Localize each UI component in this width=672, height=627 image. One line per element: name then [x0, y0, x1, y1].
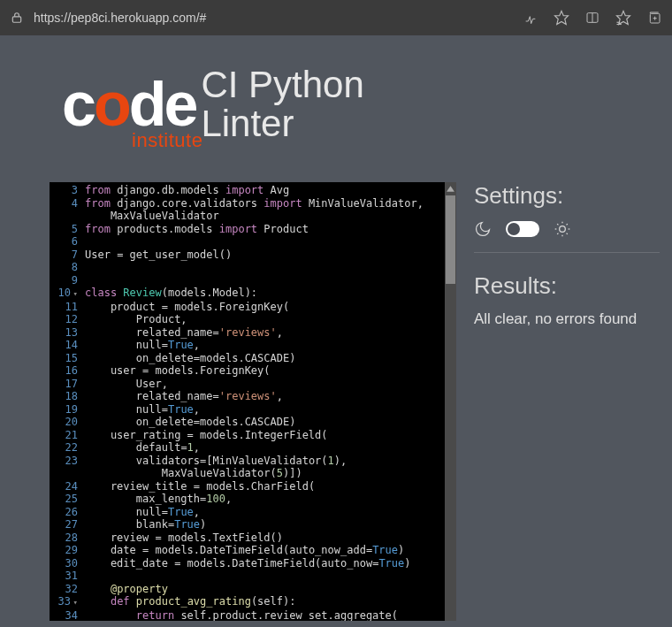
theme-toggle[interactable]	[506, 221, 539, 237]
moon-icon	[474, 220, 492, 238]
favorites-list-icon[interactable]	[615, 10, 631, 26]
split-screen-icon[interactable]	[585, 11, 599, 25]
favorite-icon[interactable]	[554, 10, 569, 26]
code-line[interactable]: 3from django.db.models import Avg	[50, 184, 456, 197]
code-line[interactable]: 6	[50, 235, 456, 249]
lock-icon	[11, 11, 23, 24]
code-line[interactable]: 29 date = models.DateTimeField(auto_now_…	[50, 544, 456, 557]
code-line[interactable]: 26 null=True,	[50, 506, 456, 519]
svg-point-11	[560, 226, 566, 233]
code-line[interactable]: 28 review = models.TextField()	[50, 531, 456, 545]
code-line[interactable]: MaxValueValidator	[50, 210, 456, 223]
code-line[interactable]: 4from django.core.validators import MinV…	[50, 197, 456, 210]
scrollbar-thumb[interactable]	[446, 195, 455, 284]
code-line[interactable]: 30 edit_date = models.DateTimeField(auto…	[50, 557, 456, 570]
code-line[interactable]: 16 user = models.ForeignKey(	[50, 364, 456, 378]
code-line[interactable]: 23 validators=[MinValueValidator(1),	[50, 455, 456, 468]
page-title: CI Python Linter	[201, 65, 363, 143]
code-line[interactable]: 14 null=True,	[50, 339, 456, 352]
code-line[interactable]: 17 User,	[50, 378, 456, 391]
results-heading: Results:	[474, 272, 660, 300]
code-line[interactable]: 18 related_name='reviews',	[50, 390, 456, 403]
svg-line-16	[557, 224, 558, 225]
code-line[interactable]: 31	[50, 570, 456, 583]
code-line[interactable]: 15 on_delete=models.CASCADE)	[50, 352, 456, 365]
code-line[interactable]: 12 Product,	[50, 313, 456, 326]
code-line[interactable]: 5from products.models import Product	[50, 223, 456, 236]
browser-address-bar: https://pep8ci.herokuapp.com/#	[0, 0, 672, 35]
code-line[interactable]: 24 review_title = models.CharField(	[50, 480, 456, 493]
settings-heading: Settings:	[474, 182, 660, 210]
code-line[interactable]: 34 return self.product.review_set.aggreg…	[50, 609, 456, 622]
code-line[interactable]: 7User = get_user_model()	[50, 249, 456, 262]
code-line[interactable]: 11 product = models.ForeignKey(	[50, 301, 456, 314]
code-line[interactable]: 33▾ def product_avg_rating(self):	[50, 595, 456, 609]
code-line[interactable]: 32 @property	[50, 583, 456, 596]
svg-marker-1	[555, 11, 569, 25]
collections-icon[interactable]	[647, 11, 661, 25]
svg-line-17	[567, 233, 568, 234]
sun-icon	[554, 220, 571, 238]
svg-marker-10	[447, 186, 454, 192]
code-line[interactable]: 27 blank=True)	[50, 518, 456, 531]
svg-rect-0	[12, 17, 20, 22]
scrollbar[interactable]	[445, 182, 456, 621]
code-editor[interactable]: 3from django.db.models import Avg4from d…	[50, 182, 456, 621]
results-text: All clear, no errors found	[474, 310, 660, 328]
read-aloud-icon[interactable]	[523, 11, 538, 25]
code-line[interactable]: 19 null=True,	[50, 403, 456, 417]
code-line[interactable]: 10▾class Review(models.Model):	[50, 287, 456, 301]
code-line[interactable]: 9	[50, 274, 456, 287]
code-line[interactable]: 8	[50, 261, 456, 274]
code-line[interactable]: MaxValueValidator(5)])	[50, 467, 456, 480]
logo: code institute	[62, 77, 195, 133]
header: code institute CI Python Linter	[0, 51, 672, 157]
code-line[interactable]: 22 default=1,	[50, 441, 456, 455]
code-line[interactable]: 25 max_length=100,	[50, 493, 456, 506]
code-line[interactable]: 21 user_rating = models.IntegerField(	[50, 429, 456, 442]
url-text[interactable]: https://pep8ci.herokuapp.com/#	[34, 11, 513, 25]
svg-line-19	[567, 224, 568, 225]
code-line[interactable]: 13 related_name='reviews',	[50, 326, 456, 340]
code-line[interactable]: 20 on_delete=models.CASCADE)	[50, 416, 456, 429]
svg-line-18	[557, 233, 558, 234]
